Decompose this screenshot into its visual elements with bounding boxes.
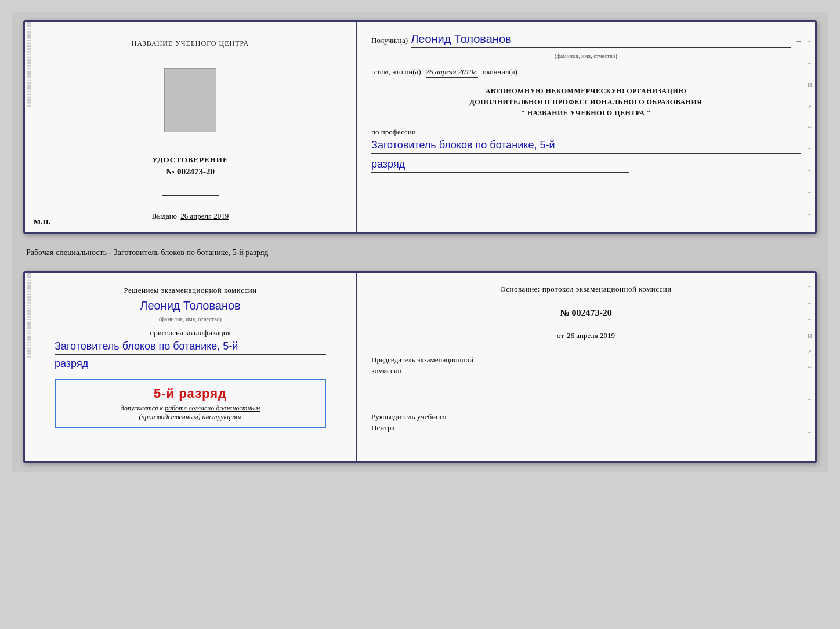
bottom-left-edge-binding: ||||||||||||||||||||||||||||||||||||||||… (27, 273, 32, 461)
right-edge-marks: – – И ‚а ‹– – – – – (808, 22, 812, 232)
ot-date-line: от 26 апреля 2019 (371, 331, 801, 340)
recipient-line: Получил(а) Леонид Толованов – (371, 32, 801, 48)
mp-label: М.П. (34, 217, 50, 227)
stamp-main-text: 5-й разряд (63, 386, 318, 401)
bottom-doc-right: Основание: протокол экзаменационной коми… (357, 273, 815, 461)
cert-number: № 002473-20 (152, 167, 228, 177)
vtom-line: в том, что он(а) 26 апреля 2019г. окончи… (371, 67, 801, 78)
ot-date: 26 апреля 2019 (567, 331, 615, 340)
recipient-prefix: Получил(а) (371, 36, 408, 45)
rukovoditel-line2: Центра (371, 422, 801, 434)
vtom-prefix: в том, что он(а) (371, 67, 421, 77)
vtom-date: 26 апреля 2019г. (426, 67, 478, 78)
org-line3: " НАЗВАНИЕ УЧЕБНОГО ЦЕНТРА " (371, 108, 801, 119)
profession-block: по профессии Заготовитель блоков по бота… (371, 128, 801, 173)
qualification-razryad: разряд (55, 358, 326, 372)
left-edge-binding: ||||||||||||||||||||||||||||||||||||||||… (27, 22, 32, 232)
cert-underline (162, 186, 219, 196)
separator-text: Рабочая специальность - Заготовитель бло… (23, 245, 817, 261)
predsedatel-signature (371, 380, 629, 391)
predsedatel-line1: Председатель экзаменационной (371, 354, 801, 366)
fio-subtitle-top: (фамилия, имя, отчество) (371, 53, 801, 59)
vtom-block: в том, что он(а) 26 апреля 2019г. окончи… (371, 67, 801, 78)
bottom-right-edge-marks: – – – И ‚а ‹– – – – – – (808, 273, 812, 461)
ot-label: от (557, 331, 564, 340)
org-line2: ДОПОЛНИТЕЛЬНОГО ПРОФЕССИОНАЛЬНОГО ОБРАЗО… (371, 97, 801, 108)
rukovoditel-block: Руководитель учебного Центра (371, 411, 801, 451)
predsedatel-block: Председатель экзаменационной комиссии (371, 354, 801, 394)
osnovanie-text: Основание: протокол экзаменационной коми… (371, 283, 801, 295)
person-name-bottom: Леонид Толованов (62, 299, 318, 314)
recipient-dash: – (796, 36, 801, 45)
cert-title: УДОСТОВЕРЕНИЕ (152, 155, 228, 165)
top-center-name-label: НАЗВАНИЕ УЧЕБНОГО ЦЕНТРА (132, 39, 249, 48)
org-line1: АВТОНОМНУЮ НЕКОММЕРЧЕСКУЮ ОРГАНИЗАЦИЮ (371, 86, 801, 97)
stamp-box: 5-й разряд допускается к работе согласно… (55, 379, 326, 428)
bottom-doc-left: ||||||||||||||||||||||||||||||||||||||||… (25, 273, 357, 461)
bottom-document-card: ||||||||||||||||||||||||||||||||||||||||… (23, 271, 817, 463)
rukovoditel-line1: Руководитель учебного (371, 411, 801, 423)
protocol-number: № 002473-20 (371, 308, 801, 318)
prisvoena-text: присвоена квалификация (150, 328, 230, 337)
fio-subtitle-bottom: (фамилия, имя, отчество) (62, 316, 318, 322)
top-doc-left: ||||||||||||||||||||||||||||||||||||||||… (25, 22, 357, 232)
vydano-label: Выдано (152, 212, 177, 220)
po-professii-label: по профессии (371, 128, 801, 137)
razryad-text: разряд (371, 158, 629, 173)
top-document-card: ||||||||||||||||||||||||||||||||||||||||… (23, 20, 817, 234)
stamp-sub-text: допускается к работе согласно должностны… (63, 404, 318, 421)
vtom-suffix: окончил(а) (483, 67, 517, 77)
photo-placeholder (164, 68, 216, 132)
recipient-name: Леонид Толованов (411, 32, 791, 48)
qualification-line1: Заготовитель блоков по ботанике, 5-й (55, 340, 326, 355)
predsedatel-line2: комиссии (371, 365, 801, 377)
top-doc-right: Получил(а) Леонид Толованов – (фамилия, … (357, 22, 815, 232)
stamp-sub-prefix: допускается к (121, 404, 163, 412)
stamp-italic1: работе согласно должностным (165, 404, 260, 412)
page-container: ||||||||||||||||||||||||||||||||||||||||… (12, 12, 828, 472)
org-block: АВТОНОМНУЮ НЕКОММЕРЧЕСКУЮ ОРГАНИЗАЦИЮ ДО… (371, 86, 801, 119)
vydano-date: 26 апреля 2019 (180, 212, 229, 220)
stamp-italic2: (производственным) инструкциям (139, 413, 242, 421)
rukovoditel-signature (371, 437, 629, 448)
profession-name: Заготовитель блоков по ботанике, 5-й (371, 139, 801, 154)
resheniem-text: Решением экзаменационной комиссии (124, 285, 256, 296)
